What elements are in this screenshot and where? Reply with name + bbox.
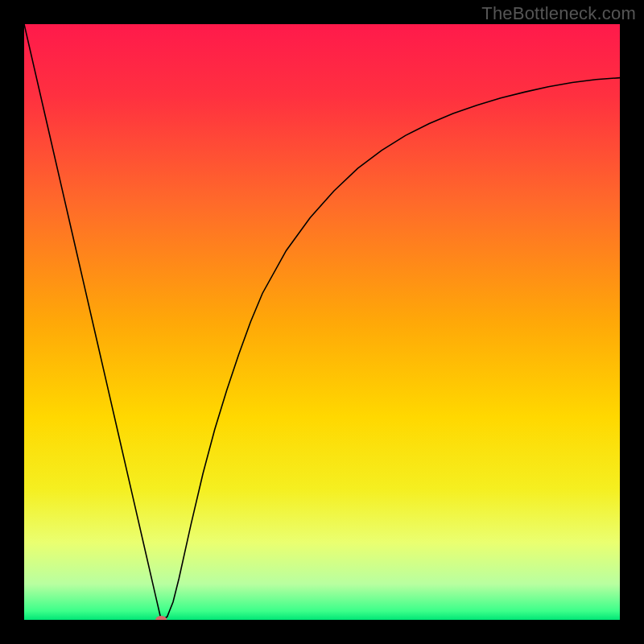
watermark-text: TheBottleneck.com	[481, 3, 636, 24]
bottleneck-chart	[24, 24, 620, 620]
plot-area	[24, 24, 620, 620]
gradient-background	[24, 24, 620, 620]
chart-frame: TheBottleneck.com	[0, 0, 644, 644]
